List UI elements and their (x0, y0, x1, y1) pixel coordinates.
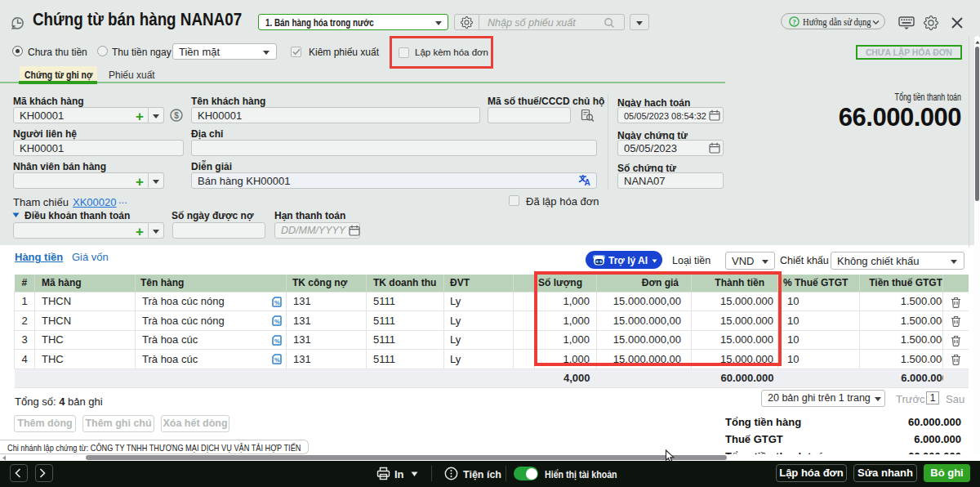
svg-text:%: % (274, 318, 280, 325)
svg-text:%: % (274, 337, 280, 344)
svg-text:$: $ (174, 111, 179, 120)
svg-text:%: % (274, 298, 280, 306)
svg-text:%: % (274, 356, 280, 364)
svg-text:?: ? (792, 18, 795, 26)
svg-text:A: A (585, 178, 590, 186)
